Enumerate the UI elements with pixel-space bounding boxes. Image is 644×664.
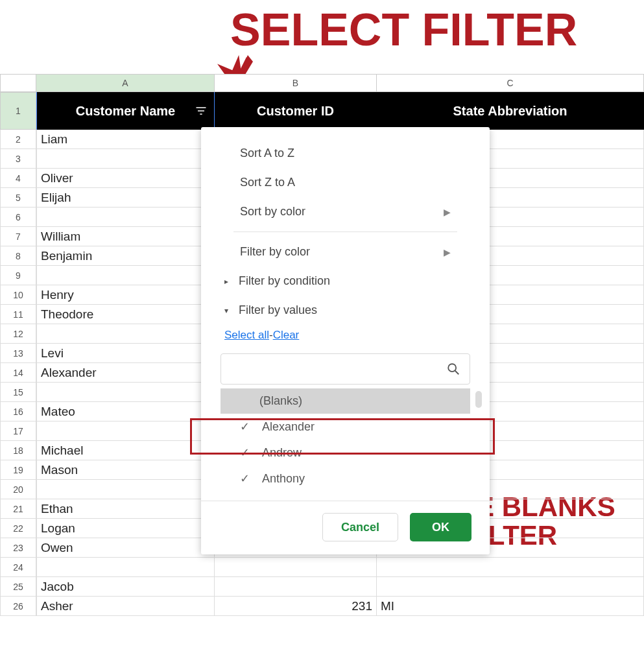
cell[interactable] bbox=[215, 558, 377, 577]
sort-z-a[interactable]: Sort Z to A bbox=[201, 168, 490, 197]
header-row: 1 Customer Name Customer ID State Abbrev… bbox=[0, 92, 644, 130]
svg-point-5 bbox=[448, 364, 456, 372]
filter-value-andrew[interactable]: ✓ Andrew bbox=[221, 440, 470, 466]
select-all-corner[interactable] bbox=[0, 74, 36, 92]
cell[interactable]: William bbox=[36, 227, 215, 246]
filter-search-input[interactable] bbox=[221, 353, 470, 385]
cell[interactable]: Elijah bbox=[36, 188, 215, 208]
row-header[interactable]: 3 bbox=[0, 149, 36, 169]
cell[interactable] bbox=[36, 208, 215, 227]
cell[interactable]: Theodore bbox=[36, 305, 215, 324]
table-row: 26Asher231MI bbox=[0, 597, 644, 616]
row-header[interactable]: 6 bbox=[0, 208, 36, 227]
cell[interactable]: 231 bbox=[215, 597, 377, 616]
filter-footer: Cancel OK bbox=[201, 501, 490, 554]
cell[interactable]: Michael bbox=[36, 441, 215, 460]
sort-a-z[interactable]: Sort A to Z bbox=[201, 139, 490, 168]
filter-value-blanks-label: (Blanks) bbox=[259, 394, 302, 408]
row-header[interactable]: 26 bbox=[0, 597, 36, 616]
col-header-C[interactable]: C bbox=[377, 74, 644, 92]
filter-by-values[interactable]: ▾Filter by values bbox=[201, 296, 490, 325]
cell[interactable]: Ethan bbox=[36, 499, 215, 519]
sort-a-z-label: Sort A to Z bbox=[240, 147, 294, 160]
row-header[interactable]: 5 bbox=[0, 188, 36, 208]
filter-value-blanks[interactable]: (Blanks) bbox=[221, 388, 470, 414]
filter-links: Select all-Clear bbox=[201, 325, 490, 353]
filter-by-condition[interactable]: ▸Filter by condition bbox=[201, 267, 490, 296]
cell[interactable] bbox=[215, 577, 377, 597]
cell[interactable]: Levi bbox=[36, 344, 215, 363]
filter-value-label: Alexander bbox=[262, 420, 315, 434]
cell[interactable] bbox=[36, 558, 215, 577]
cell[interactable] bbox=[36, 324, 215, 344]
row-header[interactable]: 17 bbox=[0, 421, 36, 441]
cell[interactable] bbox=[36, 421, 215, 441]
filter-icon[interactable] bbox=[194, 104, 208, 117]
cell[interactable] bbox=[36, 480, 215, 499]
cell[interactable]: Liam bbox=[36, 130, 215, 149]
cell[interactable]: Oliver bbox=[36, 169, 215, 188]
row-header[interactable]: 2 bbox=[0, 130, 36, 149]
cell[interactable]: Mateo bbox=[36, 402, 215, 421]
row-header[interactable]: 21 bbox=[0, 499, 36, 519]
row-header[interactable]: 19 bbox=[0, 460, 36, 480]
ok-button[interactable]: OK bbox=[410, 513, 471, 541]
header-cell-customer-name[interactable]: Customer Name bbox=[36, 92, 215, 130]
cell[interactable]: Jacob bbox=[36, 577, 215, 597]
filter-value-alexander[interactable]: ✓ Alexander bbox=[221, 414, 470, 440]
row-header[interactable]: 12 bbox=[0, 324, 36, 344]
header-cell-state-abbr[interactable]: State Abbreviation bbox=[377, 92, 644, 130]
filter-by-color-label: Filter by color bbox=[240, 245, 310, 259]
cell[interactable]: Mason bbox=[36, 460, 215, 480]
filter-by-values-label: Filter by values bbox=[239, 303, 317, 317]
row-header[interactable]: 8 bbox=[0, 246, 36, 266]
table-row: 24 bbox=[0, 558, 644, 577]
cell[interactable] bbox=[36, 149, 215, 169]
col-header-B[interactable]: B bbox=[215, 74, 377, 92]
row-header[interactable]: 15 bbox=[0, 383, 36, 402]
row-header[interactable]: 10 bbox=[0, 285, 36, 305]
row-header[interactable]: 4 bbox=[0, 169, 36, 188]
select-all-link[interactable]: Select all bbox=[224, 329, 269, 341]
sort-by-color[interactable]: Sort by color ▶ bbox=[201, 197, 490, 226]
row-header[interactable]: 14 bbox=[0, 363, 36, 383]
row-header[interactable]: 20 bbox=[0, 480, 36, 499]
filter-panel: Sort A to Z Sort Z to A Sort by color ▶ … bbox=[201, 127, 490, 554]
col-header-A[interactable]: A bbox=[36, 74, 215, 92]
scrollbar-thumb[interactable] bbox=[475, 391, 482, 408]
column-headers: A B C bbox=[0, 74, 644, 92]
annotation-select-filter: SELECT FILTER bbox=[230, 4, 577, 56]
cell[interactable]: Benjamin bbox=[36, 246, 215, 266]
row-header[interactable]: 18 bbox=[0, 441, 36, 460]
cancel-button[interactable]: Cancel bbox=[322, 513, 398, 541]
cell[interactable] bbox=[36, 266, 215, 285]
filter-by-color[interactable]: Filter by color ▶ bbox=[201, 237, 490, 267]
header-cell-customer-id[interactable]: Customer ID bbox=[215, 92, 377, 130]
row-header-1[interactable]: 1 bbox=[0, 92, 36, 130]
header-label-C: State Abbreviation bbox=[453, 104, 567, 119]
row-header[interactable]: 24 bbox=[0, 558, 36, 577]
cell[interactable] bbox=[377, 558, 644, 577]
row-header[interactable]: 22 bbox=[0, 519, 36, 538]
cell[interactable]: Alexander bbox=[36, 363, 215, 383]
check-icon: ✓ bbox=[240, 445, 252, 460]
row-header[interactable]: 25 bbox=[0, 577, 36, 597]
cell[interactable] bbox=[36, 383, 215, 402]
cell[interactable]: Henry bbox=[36, 285, 215, 305]
row-header[interactable]: 7 bbox=[0, 227, 36, 246]
cell[interactable]: Asher bbox=[36, 597, 215, 616]
clear-link[interactable]: Clear bbox=[273, 329, 300, 341]
header-label-A: Customer Name bbox=[76, 104, 175, 119]
cell[interactable]: Logan bbox=[36, 519, 215, 538]
filter-value-anthony[interactable]: ✓ Anthony bbox=[221, 466, 470, 492]
row-header[interactable]: 13 bbox=[0, 344, 36, 363]
row-header[interactable]: 9 bbox=[0, 266, 36, 285]
filter-value-label: Anthony bbox=[262, 472, 305, 486]
row-header[interactable]: 23 bbox=[0, 538, 36, 558]
cell[interactable] bbox=[377, 577, 644, 597]
row-header[interactable]: 11 bbox=[0, 305, 36, 324]
row-header[interactable]: 16 bbox=[0, 402, 36, 421]
divider bbox=[233, 231, 457, 232]
cell[interactable]: Owen bbox=[36, 538, 215, 558]
cell[interactable]: MI bbox=[377, 597, 644, 616]
